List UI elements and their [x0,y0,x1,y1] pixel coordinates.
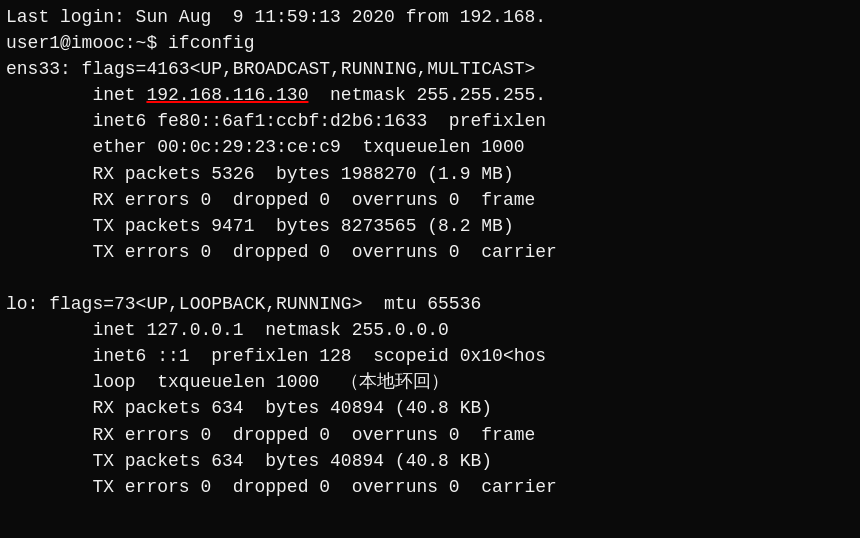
terminal-line: inet 127.0.0.1 netmask 255.0.0.0 [6,317,854,343]
terminal-line: TX errors 0 dropped 0 overruns 0 carrier [6,474,854,500]
terminal-line: TX packets 9471 bytes 8273565 (8.2 MB) [6,213,854,239]
terminal-line: ens33: flags=4163<UP,BROADCAST,RUNNING,M… [6,56,854,82]
terminal-line: RX packets 5326 bytes 1988270 (1.9 MB) [6,161,854,187]
terminal-line: Last login: Sun Aug 9 11:59:13 2020 from… [6,4,854,30]
terminal-line: ether 00:0c:29:23:ce:c9 txqueuelen 1000 [6,134,854,160]
terminal-line: TX packets 634 bytes 40894 (40.8 KB) [6,448,854,474]
terminal-line: RX packets 634 bytes 40894 (40.8 KB) [6,395,854,421]
blank-line [6,265,854,291]
terminal-line: loop txqueuelen 1000 （本地环回） [6,369,854,395]
terminal-line: RX errors 0 dropped 0 overruns 0 frame [6,422,854,448]
terminal-line: inet6 fe80::6af1:ccbf:d2b6:1633 prefixle… [6,108,854,134]
terminal-line: lo: flags=73<UP,LOOPBACK,RUNNING> mtu 65… [6,291,854,317]
terminal-line: TX errors 0 dropped 0 overruns 0 carrier [6,239,854,265]
ip-address: 192.168.116.130 [146,85,308,105]
terminal-line: inet6 ::1 prefixlen 128 scopeid 0x10<hos [6,343,854,369]
terminal-line: inet 192.168.116.130 netmask 255.255.255… [6,82,854,108]
terminal-window[interactable]: Last login: Sun Aug 9 11:59:13 2020 from… [0,0,860,538]
terminal-line: RX errors 0 dropped 0 overruns 0 frame [6,187,854,213]
terminal-line: user1@imooc:~$ ifconfig [6,30,854,56]
